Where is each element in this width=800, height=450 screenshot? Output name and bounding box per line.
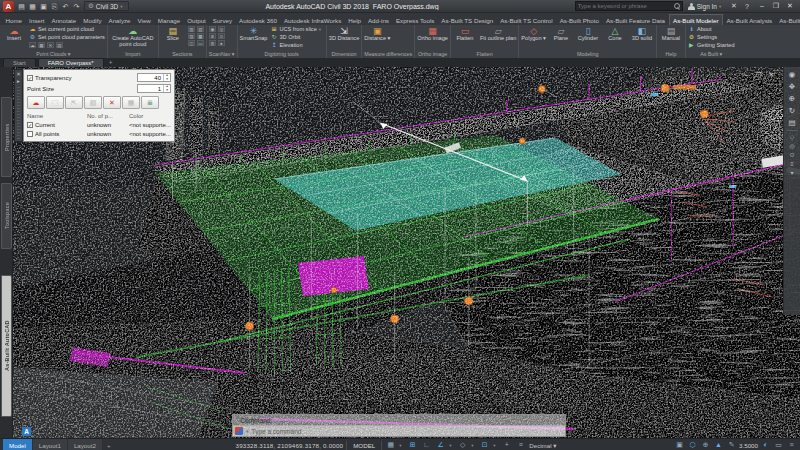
viewport-close-button[interactable]: ✕ xyxy=(769,71,774,79)
select-region-icon[interactable]: ⬚ xyxy=(46,96,64,109)
chevron-down-icon[interactable]: ▾ xyxy=(399,443,404,448)
stepper-arrows-icon[interactable]: ▲▼ xyxy=(163,85,170,92)
nav-tool-icon[interactable]: ⊙ xyxy=(789,152,794,158)
set-current-point-cloud-button[interactable]: ☁ Set current point cloud xyxy=(29,26,105,33)
scannav-tool-icon[interactable]: ◉ xyxy=(209,26,216,32)
restore-button[interactable]: ❐ xyxy=(769,0,783,12)
drawing-viewport[interactable]: – ❐ ✕ ◉ ✥ ⊕ ↻ ▤ ◇ ◎ ⊙ ≡ ▾ ✕ xyxy=(13,67,800,438)
viewport-restore-button[interactable]: ❐ xyxy=(756,71,762,79)
units-dropdown[interactable]: Decimal ▾ xyxy=(529,442,556,449)
ribbon-tab-infraworks[interactable]: Autodesk InfraWorks xyxy=(280,15,344,25)
command-input[interactable]: ▾ Type a command xyxy=(233,425,565,436)
sidebar-tab-properties[interactable]: Properties xyxy=(1,97,12,177)
grid-icon[interactable]: ▦ xyxy=(385,439,396,450)
list-settings-icon[interactable]: ≣ xyxy=(141,96,159,109)
ortho-image-button[interactable]: ▦ Ortho image xyxy=(417,26,448,42)
getting-started-button[interactable]: ▶ Getting Started xyxy=(688,42,735,49)
navigation-wheel-icon[interactable]: ◉ xyxy=(789,70,796,79)
ribbon-tab-modify[interactable]: Modify xyxy=(80,15,105,25)
3d-distance-button[interactable]: ⇲ 3D Distance xyxy=(329,26,359,42)
exchange-apps-icon[interactable]: ✕ xyxy=(729,2,739,10)
ribbon-tab-asbuilt-photo[interactable]: As-Built Photo xyxy=(556,15,602,25)
ribbon-tab-view[interactable]: View xyxy=(134,15,154,25)
ribbon-tab-asbuilt-ts-control[interactable]: As-Built TS Control xyxy=(497,15,557,25)
ribbon-tab-survey[interactable]: Survey xyxy=(209,15,235,25)
customize-icon[interactable] xyxy=(235,427,243,435)
smartsnap-button[interactable]: ✳ SmartSnap xyxy=(240,26,268,42)
palette-close-icon[interactable]: ✕ xyxy=(16,71,21,77)
app-logo-icon[interactable]: A xyxy=(3,1,14,12)
row-checkbox[interactable]: ✓ xyxy=(27,122,33,128)
scannav-tool-icon[interactable]: ● xyxy=(218,40,225,46)
file-tab-start[interactable]: Start xyxy=(3,58,36,67)
cone-button[interactable]: △ Cone xyxy=(603,26,627,42)
ribbon-tab-annotate[interactable]: Annotate xyxy=(48,15,80,25)
layout2-tab[interactable]: Layout2 xyxy=(68,439,102,450)
pan-icon[interactable]: ✥ xyxy=(789,82,795,91)
ribbon-tab-manage[interactable]: Manage xyxy=(154,15,183,25)
orbit-icon[interactable]: ↻ xyxy=(789,106,795,115)
section-tool-icon[interactable]: ▨ xyxy=(188,33,195,39)
distance-button[interactable]: ▣ Distance ▾ xyxy=(364,26,390,42)
chevron-down-icon[interactable]: ▾ xyxy=(471,443,476,448)
zoom-icon[interactable]: ⊕ xyxy=(789,94,795,103)
ucs-from-slice-button[interactable]: ⊞ UCS from slice ▾ xyxy=(270,26,323,33)
panel-label[interactable]: Point Clouds ▾ xyxy=(2,51,105,58)
point-cloud-tool-icon[interactable]: ▦ xyxy=(38,42,45,48)
ribbon-tab-asbuilt-plant[interactable]: As-Built Plant xyxy=(776,15,800,25)
showmotion-icon[interactable]: ▤ xyxy=(788,118,795,127)
table-row[interactable]: ✓Current unknown <not supporte... xyxy=(27,120,171,129)
panel-label[interactable]: As Built ▾ xyxy=(688,51,735,58)
ribbon-tab-asbuilt-feature-data[interactable]: As-Built Feature Data xyxy=(602,15,668,25)
scannav-tool-icon[interactable]: ⊙ xyxy=(218,33,225,39)
section-tool-icon[interactable]: ▭ xyxy=(197,40,204,46)
insert-point-cloud-button[interactable]: ☁ Insert xyxy=(2,26,26,42)
ribbon-tab-autodesk360[interactable]: Autodesk 360 xyxy=(236,15,281,25)
layout1-tab[interactable]: Layout1 xyxy=(33,439,67,450)
palette-title-bar[interactable]: ✕ ▸ xyxy=(14,69,23,142)
ribbon-tab-home[interactable]: Home xyxy=(2,15,26,25)
clean-screen-icon[interactable]: ▭ xyxy=(773,439,784,450)
delete-icon[interactable]: ✕ xyxy=(103,96,121,109)
scannav-tool-icon[interactable]: ◍ xyxy=(209,40,216,46)
plane-button[interactable]: ▱ Plane xyxy=(549,26,573,42)
viewport-minimize-button[interactable]: – xyxy=(745,71,749,79)
row-checkbox[interactable] xyxy=(27,131,33,137)
model-tab[interactable]: Model xyxy=(3,439,32,450)
workspace-switcher[interactable]: ⚙ Civil 3D ▾ xyxy=(84,1,129,11)
set-point-cloud-parameters-button[interactable]: ⚙ Set point cloud parameters xyxy=(29,34,105,41)
object-snap-icon[interactable]: ⊡ xyxy=(479,439,490,450)
help-search-box[interactable] xyxy=(575,1,683,11)
scannav-tool-icon[interactable]: ⊕ xyxy=(209,33,216,39)
flatten-button[interactable]: ▭ Flatten xyxy=(453,26,477,42)
panel-label[interactable]: ScanNav ▾ xyxy=(209,51,235,58)
nav-tool-icon[interactable]: ◎ xyxy=(789,143,794,149)
model-space-button[interactable]: MODEL xyxy=(350,442,378,449)
manual-button[interactable]: ▤ Manual xyxy=(659,26,683,42)
export-icon[interactable]: ▦ xyxy=(122,96,140,109)
chevron-down-icon[interactable]: ▾ xyxy=(493,443,498,448)
cylinder-button[interactable]: ▯ Cylinder xyxy=(576,26,600,42)
customization-icon[interactable]: ≡ xyxy=(786,439,797,450)
insert-point-cloud-icon[interactable]: ☁ xyxy=(27,96,45,109)
palette-grip[interactable] xyxy=(17,87,20,139)
move-icon[interactable]: ⇱ xyxy=(65,96,83,109)
undo-icon[interactable]: ↶ xyxy=(61,1,70,12)
ribbon-tab-help[interactable]: Help xyxy=(345,15,365,25)
ribbon-tab-asbuilt-modeler[interactable]: As-Built Modeler xyxy=(669,14,723,25)
plot-icon[interactable]: ⎘ xyxy=(50,1,59,12)
ribbon-tab-asbuilt-ts-design[interactable]: As-Built TS Design xyxy=(438,15,497,25)
stepper-arrows-icon[interactable]: ▲▼ xyxy=(163,74,170,81)
crop-icon[interactable]: ▧ xyxy=(84,96,102,109)
new-layout-button[interactable]: + xyxy=(103,439,115,450)
point-size-stepper[interactable]: 1 ▲▼ xyxy=(137,84,171,93)
about-button[interactable]: ℹ About xyxy=(688,26,735,33)
new-icon[interactable]: ▤ xyxy=(17,1,26,12)
chevron-down-icon[interactable]: ▾ xyxy=(449,443,454,448)
selection-cycling-icon[interactable]: ▣ xyxy=(674,439,685,450)
annotation-scale-value[interactable]: 3.5000 xyxy=(739,442,758,449)
command-grip[interactable]: ⁞ xyxy=(236,417,237,423)
section-tool-icon[interactable]: ▥ xyxy=(188,26,195,32)
search-input[interactable] xyxy=(578,3,672,9)
polar-tracking-icon[interactable]: ∠ xyxy=(435,439,446,450)
